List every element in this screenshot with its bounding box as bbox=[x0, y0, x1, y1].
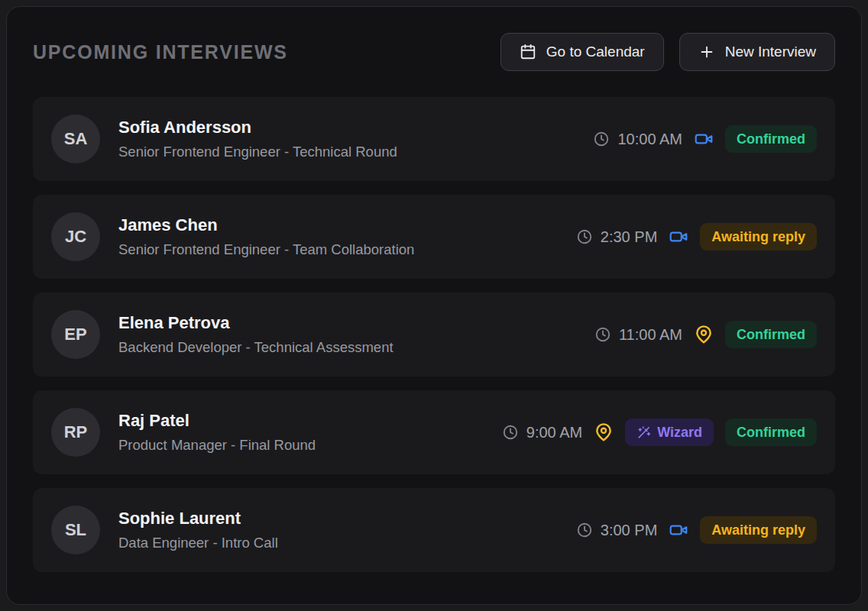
video-camera-icon bbox=[669, 520, 688, 540]
wand-sparkles-icon bbox=[636, 425, 651, 440]
candidate-role: Backend Developer - Technical Assessment bbox=[118, 339, 594, 356]
interview-row[interactable]: SL Sophie Laurent Data Engineer - Intro … bbox=[33, 488, 835, 572]
plus-icon bbox=[698, 44, 715, 60]
interview-time: 11:00 AM bbox=[619, 326, 682, 344]
interview-time: 9:00 AM bbox=[526, 424, 582, 441]
status-badge: Awaiting reply bbox=[700, 516, 817, 544]
upcoming-interviews-panel: UPCOMING INTERVIEWS Go to Calendar New I… bbox=[6, 6, 862, 605]
page-title: UPCOMING INTERVIEWS bbox=[33, 41, 288, 63]
header-actions: Go to Calendar New Interview bbox=[500, 33, 835, 71]
status-badge: Confirmed bbox=[725, 419, 817, 446]
candidate-name: Elena Petrova bbox=[118, 313, 594, 333]
new-interview-label: New Interview bbox=[725, 44, 816, 60]
avatar: SL bbox=[51, 506, 100, 554]
candidate-name: James Chen bbox=[118, 215, 576, 235]
candidate-role: Senior Frontend Engineer - Technical Rou… bbox=[118, 144, 593, 160]
candidate-role: Product Manager - Final Round bbox=[118, 437, 502, 454]
clock-icon bbox=[594, 326, 611, 343]
candidate-role: Senior Frontend Engineer - Team Collabor… bbox=[118, 241, 576, 258]
status-badge: Confirmed bbox=[725, 321, 817, 348]
clock-icon bbox=[593, 131, 610, 147]
candidate-name: Sofia Andersson bbox=[118, 118, 593, 137]
clock-icon bbox=[576, 522, 593, 538]
wizard-badge[interactable]: Wizard bbox=[625, 419, 714, 446]
interview-time: 2:30 PM bbox=[601, 228, 657, 246]
interview-list: SA Sofia Andersson Senior Frontend Engin… bbox=[33, 97, 835, 572]
interview-time: 10:00 AM bbox=[617, 131, 682, 148]
calendar-icon bbox=[520, 44, 536, 60]
status-badge: Confirmed bbox=[725, 125, 817, 153]
candidate-role: Data Engineer - Intro Call bbox=[118, 535, 576, 551]
avatar: JC bbox=[51, 212, 100, 261]
location-pin-icon bbox=[594, 422, 614, 442]
interview-time: 3:00 PM bbox=[601, 522, 657, 539]
go-to-calendar-label: Go to Calendar bbox=[546, 44, 645, 60]
clock-icon bbox=[502, 424, 519, 441]
avatar: RP bbox=[51, 408, 100, 457]
interview-row[interactable]: SA Sofia Andersson Senior Frontend Engin… bbox=[33, 97, 835, 181]
video-camera-icon bbox=[694, 129, 714, 149]
panel-header: UPCOMING INTERVIEWS Go to Calendar New I… bbox=[33, 33, 835, 71]
go-to-calendar-button[interactable]: Go to Calendar bbox=[500, 33, 664, 71]
avatar: SA bbox=[51, 115, 100, 163]
status-badge: Awaiting reply bbox=[700, 223, 817, 251]
interview-row[interactable]: EP Elena Petrova Backend Developer - Tec… bbox=[33, 293, 835, 377]
video-camera-icon bbox=[669, 227, 688, 247]
candidate-name: Sophie Laurent bbox=[118, 509, 576, 529]
location-pin-icon bbox=[694, 325, 714, 344]
avatar: EP bbox=[51, 310, 100, 359]
clock-icon bbox=[576, 228, 593, 245]
interview-row[interactable]: JC James Chen Senior Frontend Engineer -… bbox=[33, 195, 835, 279]
new-interview-button[interactable]: New Interview bbox=[679, 33, 835, 71]
interview-row[interactable]: RP Raj Patel Product Manager - Final Rou… bbox=[33, 390, 835, 474]
candidate-name: Raj Patel bbox=[118, 411, 502, 431]
